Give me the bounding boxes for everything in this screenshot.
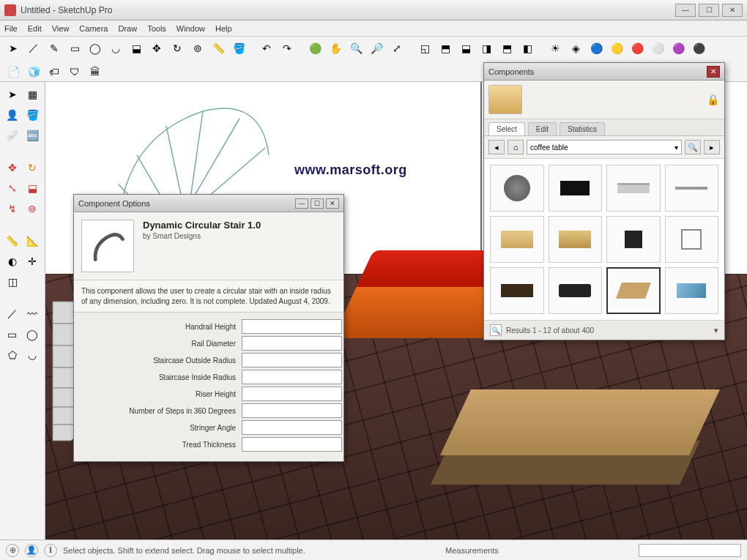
paint2-icon[interactable]: 🪣 <box>23 105 42 124</box>
component-cell[interactable] <box>490 267 544 314</box>
warehouse-icon[interactable]: 🏛 <box>86 63 104 81</box>
back-icon[interactable]: ⬒ <box>498 40 516 57</box>
component-cell[interactable] <box>549 216 603 263</box>
style1-icon[interactable]: 🔵 <box>587 40 605 57</box>
component-cell[interactable] <box>549 165 603 212</box>
nav-home-button[interactable]: ⌂ <box>508 140 524 154</box>
components-close-button[interactable]: ✕ <box>707 66 720 78</box>
style6-icon[interactable]: ⚫ <box>690 40 707 57</box>
component-cell[interactable] <box>490 165 544 212</box>
nav-search-button[interactable]: 🔍 <box>685 140 701 154</box>
tape-icon[interactable]: 📏 <box>209 40 227 57</box>
component-cell[interactable] <box>665 165 719 212</box>
move2-icon[interactable]: ✥ <box>3 158 22 177</box>
param-input-handrail-height[interactable] <box>242 319 342 334</box>
component-cell[interactable] <box>606 165 661 212</box>
component-cell[interactable] <box>665 267 719 314</box>
line2-icon[interactable]: ／ <box>3 305 22 324</box>
component-icon[interactable]: 🧊 <box>25 63 42 81</box>
status-person-icon[interactable]: 👤 <box>25 544 38 557</box>
dialog-maximize-button[interactable]: ☐ <box>311 198 324 209</box>
layer-icon[interactable]: 📄 <box>4 63 22 81</box>
move-icon[interactable]: ✥ <box>148 40 166 57</box>
make-icon[interactable]: ▦ <box>23 85 42 104</box>
scene-icon[interactable]: 🏷 <box>45 63 63 81</box>
rect2-icon[interactable]: ▭ <box>3 325 22 344</box>
line-icon[interactable]: ／ <box>25 40 42 57</box>
components-titlebar[interactable]: Components ✕ <box>484 63 724 81</box>
arc2-icon[interactable]: ◡ <box>23 346 42 365</box>
freehand-icon[interactable]: 〰 <box>23 305 42 324</box>
undo-icon[interactable]: ↶ <box>258 40 275 57</box>
menu-view[interactable]: View <box>52 24 70 33</box>
component-cell[interactable] <box>549 267 603 314</box>
tab-statistics[interactable]: Statistics <box>560 122 605 135</box>
scale-icon[interactable]: ⤡ <box>3 179 22 198</box>
offset-icon[interactable]: ⊚ <box>189 40 207 57</box>
protractor-icon[interactable]: ◐ <box>3 252 22 271</box>
shield-icon[interactable]: 🛡 <box>66 63 83 81</box>
style4-icon[interactable]: ⚪ <box>649 40 666 57</box>
footer-search-icon[interactable]: 🔍 <box>490 324 502 336</box>
dialog-titlebar[interactable]: Component Options — ☐ ✕ <box>74 195 343 212</box>
measurements-input[interactable] <box>639 544 741 557</box>
tape2-icon[interactable]: 📏 <box>3 231 22 250</box>
redo-icon[interactable]: ↷ <box>278 40 296 57</box>
maximize-button[interactable]: ☐ <box>699 4 719 17</box>
tab-edit[interactable]: Edit <box>528 122 557 135</box>
shadow-icon[interactable]: ☀ <box>546 40 564 57</box>
axes-icon[interactable]: ✛ <box>23 252 42 271</box>
param-input-outside-radius[interactable] <box>242 353 342 367</box>
expand-icon[interactable]: ▾ <box>714 326 718 335</box>
lock-icon[interactable]: 🔒 <box>707 94 720 105</box>
components-dialog[interactable]: Components ✕ 🔒 Select Edit Statistics ◂ … <box>483 62 725 340</box>
tab-select[interactable]: Select <box>488 122 525 135</box>
xray-icon[interactable]: ◈ <box>567 40 584 57</box>
component-cell[interactable] <box>490 216 544 263</box>
arc-icon[interactable]: ◡ <box>107 40 124 57</box>
text-icon[interactable]: 🔤 <box>23 126 42 145</box>
component-cell-selected[interactable] <box>606 267 661 314</box>
component-cell[interactable] <box>606 216 661 263</box>
style2-icon[interactable]: 🟡 <box>608 40 625 57</box>
param-input-inside-radius[interactable] <box>242 370 342 384</box>
left-icon[interactable]: ◧ <box>519 40 536 57</box>
section-icon[interactable]: ◫ <box>3 272 22 291</box>
component-cell[interactable] <box>665 216 719 263</box>
select-icon[interactable]: ➤ <box>4 40 22 57</box>
param-input-riser-height[interactable] <box>242 387 342 401</box>
minimize-button[interactable]: — <box>675 4 696 17</box>
top-icon[interactable]: ⬒ <box>436 40 454 57</box>
component-options-dialog[interactable]: Component Options — ☐ ✕ Dynamic Circular… <box>73 194 344 462</box>
eraser2-icon[interactable]: 🩹 <box>3 126 22 145</box>
front-icon[interactable]: ⬓ <box>457 40 475 57</box>
select2-icon[interactable]: ➤ <box>3 85 22 104</box>
menu-draw[interactable]: Draw <box>118 24 137 33</box>
pushpull2-icon[interactable]: ⬓ <box>23 179 42 198</box>
status-info-icon[interactable]: ℹ <box>44 544 57 557</box>
style5-icon[interactable]: 🟣 <box>669 40 687 57</box>
menu-tools[interactable]: Tools <box>147 24 166 33</box>
circle2-icon[interactable]: ◯ <box>23 325 42 344</box>
dim-icon[interactable]: 📐 <box>23 231 42 250</box>
dialog-close-button[interactable]: ✕ <box>326 198 339 209</box>
nav-back-button[interactable]: ◂ <box>488 140 505 154</box>
style3-icon[interactable]: 🔴 <box>628 40 646 57</box>
menu-file[interactable]: File <box>4 24 18 33</box>
paint-icon[interactable]: 🪣 <box>230 40 248 57</box>
right-icon[interactable]: ◨ <box>477 40 495 57</box>
iso-icon[interactable]: ◱ <box>416 40 434 57</box>
menu-help[interactable]: Help <box>215 24 232 33</box>
param-input-tread-thickness[interactable] <box>242 437 342 452</box>
close-button[interactable]: ✕ <box>722 4 743 17</box>
pushpull-icon[interactable]: ⬓ <box>127 40 145 57</box>
pan-icon[interactable]: ✋ <box>327 40 344 57</box>
nav-menu-button[interactable]: ▸ <box>704 140 720 154</box>
menu-edit[interactable]: Edit <box>28 24 42 33</box>
zoom-window-icon[interactable]: 🔎 <box>368 40 385 57</box>
offset2-icon[interactable]: ⊚ <box>23 199 42 218</box>
collection-dropdown[interactable]: coffee table▾ <box>527 140 682 154</box>
polygon-icon[interactable]: ⬠ <box>3 346 22 365</box>
rotate-icon[interactable]: ↻ <box>168 40 186 57</box>
person-icon[interactable]: 👤 <box>3 105 22 124</box>
